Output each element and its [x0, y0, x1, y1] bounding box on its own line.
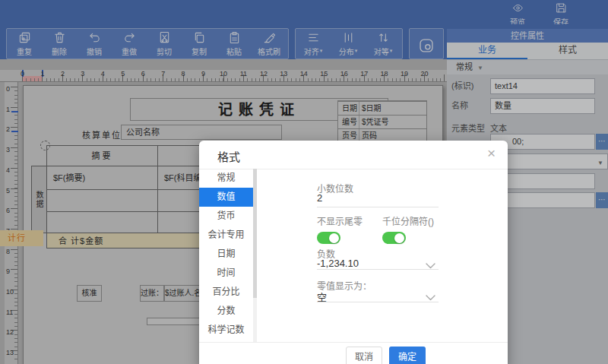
format-category[interactable]: 常规 — [199, 169, 253, 188]
dialog-scrollbar[interactable] — [253, 169, 257, 342]
toggle-block: 不显示尾零 — [317, 214, 363, 244]
negative-format-select[interactable]: -1,234.10 — [317, 258, 359, 269]
app-window: 预览 保存 重复 删除 撤销 — [0, 0, 608, 364]
format-category[interactable]: 货币 — [199, 207, 253, 226]
close-icon[interactable]: × — [487, 145, 496, 162]
decimal-places-input[interactable]: 2 — [317, 192, 322, 204]
toggle-switch[interactable] — [382, 232, 406, 244]
format-category[interactable]: 时间 — [199, 264, 253, 283]
format-category[interactable]: 日期 — [199, 245, 253, 264]
format-dialog: 格式 × 常规 数值 货币 会计专用 日期 时间 百分比 分数 科学记数 — [199, 141, 508, 364]
chevron-down-icon[interactable] — [426, 261, 435, 267]
cancel-button[interactable]: 取消 — [346, 347, 382, 364]
toggle-switch[interactable] — [317, 232, 340, 244]
format-category[interactable]: 数值 — [199, 188, 253, 207]
toggle-block: 千位分隔符() — [382, 214, 434, 244]
format-category[interactable]: 百分比 — [199, 283, 253, 302]
toggle-group: 不显示尾零 千位分隔符() — [317, 214, 434, 244]
dialog-title: 格式 — [217, 148, 240, 164]
chevron-down-icon[interactable] — [426, 293, 435, 299]
format-category[interactable]: 分数 — [199, 302, 253, 321]
format-category[interactable]: 科学记数 — [199, 321, 253, 340]
format-category-list: 常规 数值 货币 会计专用 日期 时间 百分比 分数 科学记数 — [199, 169, 253, 340]
confirm-button[interactable]: 确定 — [389, 347, 426, 364]
format-category[interactable]: 会计专用 — [199, 226, 253, 245]
